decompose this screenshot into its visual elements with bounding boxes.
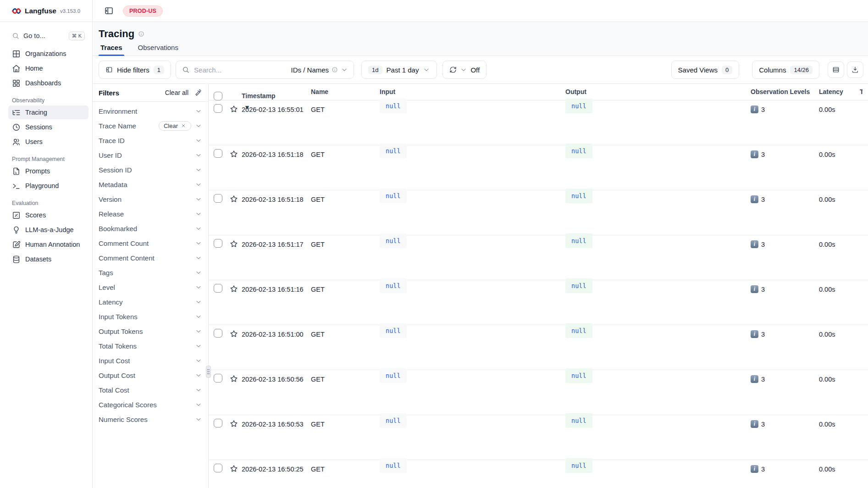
time-range-button[interactable]: 1d Past 1 day <box>361 61 437 79</box>
search-input[interactable] <box>194 66 286 74</box>
filter-row-input-tokens[interactable]: Input Tokens <box>93 309 208 324</box>
table-row[interactable]: 2026-02-13 16:51:17 GET null null i 3 0.… <box>209 235 868 280</box>
bookmark-star-icon[interactable] <box>229 150 238 159</box>
search-scope-selector[interactable]: IDs / Names <box>291 66 348 74</box>
filter-row-trace-name[interactable]: Trace Name Clear <box>93 118 208 133</box>
auto-refresh-button[interactable]: Off <box>442 61 487 79</box>
tab-traces[interactable]: Traces <box>99 41 124 55</box>
row-checkbox[interactable] <box>214 239 222 248</box>
sidebar-item-sessions[interactable]: Sessions <box>8 120 88 134</box>
table-row[interactable]: 2026-02-13 16:51:16 GET null null i 3 0.… <box>209 280 868 325</box>
info-icon[interactable] <box>138 31 144 37</box>
sidebar-item-dashboards[interactable]: Dashboards <box>8 76 88 90</box>
bookmark-star-icon[interactable] <box>229 239 238 249</box>
sidebar-item-organizations[interactable]: Organizations <box>8 47 88 61</box>
search-box[interactable]: IDs / Names <box>176 61 354 79</box>
filter-row-tags[interactable]: Tags <box>93 265 208 280</box>
filter-row-categorical-scores[interactable]: Categorical Scores <box>93 397 208 412</box>
input-cell[interactable]: null <box>380 235 565 280</box>
table-row[interactable]: 2026-02-13 16:50:53 GET null null i 3 0.… <box>209 415 868 460</box>
filter-row-bookmarked[interactable]: Bookmarked <box>93 221 208 236</box>
bookmark-star-icon[interactable] <box>229 284 238 294</box>
column-header-name[interactable]: Name <box>311 84 380 95</box>
column-header-observation-levels[interactable]: Observation Levels <box>751 84 819 95</box>
output-cell[interactable]: null <box>565 280 751 325</box>
filter-row-total-cost[interactable]: Total Cost <box>93 383 208 397</box>
row-checkbox[interactable] <box>214 419 222 427</box>
output-cell[interactable]: null <box>565 190 751 235</box>
sidebar-item-datasets[interactable]: Datasets <box>8 252 88 266</box>
filter-row-comment-content[interactable]: Comment Content <box>93 250 208 265</box>
row-checkbox[interactable] <box>214 194 222 203</box>
filter-row-output-tokens[interactable]: Output Tokens <box>93 324 208 338</box>
row-checkbox[interactable] <box>214 374 222 383</box>
column-header-latency[interactable]: Latency <box>819 84 860 95</box>
table-row[interactable]: 2026-02-13 16:51:18 GET null null i 3 0.… <box>209 145 868 190</box>
column-header-input[interactable]: Input <box>380 84 565 95</box>
column-header-output[interactable]: Output <box>565 84 751 95</box>
bookmark-star-icon[interactable] <box>229 194 238 204</box>
row-checkbox[interactable] <box>214 464 222 472</box>
input-cell[interactable]: null <box>380 145 565 190</box>
row-checkbox[interactable] <box>214 149 222 158</box>
tab-observations[interactable]: Observations <box>136 41 180 55</box>
row-checkbox[interactable] <box>214 284 222 293</box>
filter-row-input-cost[interactable]: Input Cost <box>93 353 208 368</box>
table-row[interactable]: 2026-02-13 16:50:25 GET null null i 3 0.… <box>209 460 868 488</box>
row-checkbox[interactable] <box>214 104 222 113</box>
filter-row-level[interactable]: Level <box>93 280 208 294</box>
filter-row-comment-count[interactable]: Comment Count <box>93 236 208 250</box>
select-all-checkbox[interactable] <box>214 92 222 100</box>
table-row[interactable]: 2026-02-13 16:51:00 GET null null i 3 0.… <box>209 325 868 370</box>
sidebar-item-tracing[interactable]: Tracing <box>8 105 88 119</box>
input-cell[interactable]: null <box>380 325 565 370</box>
sidebar-toggle-button[interactable] <box>102 4 116 18</box>
input-cell[interactable]: null <box>380 190 565 235</box>
sidebar-item-llm-as-a-judge[interactable]: LLM-as-a-Judge <box>8 223 88 237</box>
filter-row-release[interactable]: Release <box>93 206 208 221</box>
filter-row-trace-id[interactable]: Trace ID <box>93 133 208 148</box>
sidebar-item-prompts[interactable]: Prompts <box>8 164 88 178</box>
sidebar-item-playground[interactable]: Playground <box>8 179 88 193</box>
table-row[interactable]: 2026-02-13 16:51:18 GET null null i 3 0.… <box>209 190 868 235</box>
output-cell[interactable]: null <box>565 145 751 190</box>
filter-row-numeric-scores[interactable]: Numeric Scores <box>93 412 208 427</box>
row-checkbox[interactable] <box>214 329 222 338</box>
bookmark-star-icon[interactable] <box>229 374 238 383</box>
input-cell[interactable]: null <box>380 370 565 415</box>
bookmark-star-icon[interactable] <box>229 419 238 428</box>
saved-views-button[interactable]: Saved Views 0 <box>671 61 740 79</box>
output-cell[interactable]: null <box>565 235 751 280</box>
wand-icon[interactable] <box>195 89 202 96</box>
goto-button[interactable]: Go to... ⌘ K <box>8 28 88 43</box>
hide-filters-button[interactable]: Hide filters 1 <box>99 61 171 79</box>
filter-row-version[interactable]: Version <box>93 192 208 206</box>
input-cell[interactable]: null <box>380 460 565 488</box>
output-cell[interactable]: null <box>565 370 751 415</box>
sidebar-item-scores[interactable]: Scores <box>8 208 88 222</box>
columns-button[interactable]: Columns 14/26 <box>752 61 819 79</box>
sidebar-item-users[interactable]: Users <box>8 135 88 149</box>
panel-resize-handle[interactable] <box>206 366 211 378</box>
filter-row-output-cost[interactable]: Output Cost <box>93 368 208 383</box>
table-row[interactable]: 2026-02-13 16:50:56 GET null null i 3 0.… <box>209 370 868 415</box>
brand[interactable]: Langfuse v3.153.0 <box>0 0 92 22</box>
output-cell[interactable]: null <box>565 325 751 370</box>
filter-row-user-id[interactable]: User ID <box>93 148 208 162</box>
filter-row-environment[interactable]: Environment <box>93 104 208 118</box>
filter-row-metadata[interactable]: Metadata <box>93 177 208 192</box>
output-cell[interactable]: null <box>565 100 751 145</box>
clear-all-filters-button[interactable]: Clear all <box>165 89 188 96</box>
row-height-button[interactable] <box>828 61 844 78</box>
input-cell[interactable]: null <box>380 415 565 460</box>
output-cell[interactable]: null <box>565 415 751 460</box>
output-cell[interactable]: null <box>565 460 751 488</box>
filter-row-total-tokens[interactable]: Total Tokens <box>93 338 208 353</box>
sidebar-item-home[interactable]: Home <box>8 61 88 75</box>
bookmark-star-icon[interactable] <box>229 464 238 473</box>
bookmark-star-icon[interactable] <box>229 329 238 338</box>
environment-badge[interactable]: PROD-US <box>123 6 163 17</box>
export-button[interactable] <box>847 61 863 78</box>
table-row[interactable]: 2026-02-13 16:55:01 GET null null i 3 0.… <box>209 100 868 145</box>
input-cell[interactable]: null <box>380 280 565 325</box>
